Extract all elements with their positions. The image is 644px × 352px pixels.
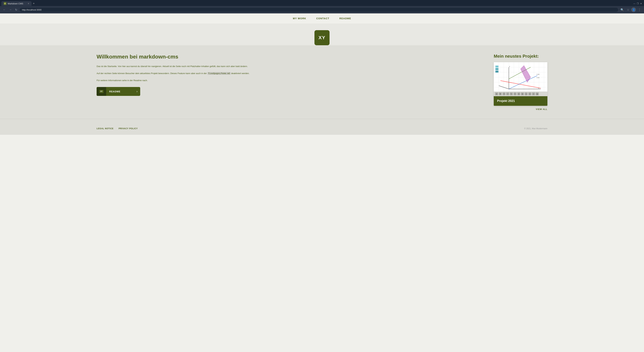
nav-readme[interactable]: README <box>340 17 351 20</box>
svg-text:y: y <box>509 65 510 67</box>
site-nav: MY WORK CONTACT README <box>0 13 644 23</box>
tab-favicon: XY <box>4 2 6 5</box>
window-restore[interactable]: ❐ <box>637 2 639 5</box>
toolbar-icon-7[interactable]: ⊟ <box>517 92 520 95</box>
svg-text:x: x <box>538 87 539 89</box>
view-all-link[interactable]: VIEW ALL <box>494 108 548 110</box>
readme-button-icon: XY <box>96 87 106 96</box>
site-logo: XY <box>314 30 330 45</box>
toolbar-icon-3[interactable]: ⟲ <box>502 92 506 95</box>
tab-title: Markdown CMS <box>8 2 23 5</box>
toolbar-icon-5[interactable]: ↻ <box>510 92 513 95</box>
toolbar-icon-9[interactable]: ◫ <box>524 92 528 95</box>
main-content: Willkommen bei markdown-cms Das ist die … <box>0 45 644 119</box>
main-title: Willkommen bei markdown-cms <box>96 54 480 60</box>
readme-button-arrow: › <box>136 90 140 93</box>
nav-my-work[interactable]: MY WORK <box>293 17 306 20</box>
svg-text:0.006: 0.006 <box>536 74 540 75</box>
footer-copyright: © 2021, Max Mustermann <box>524 127 548 130</box>
back-button[interactable]: ← <box>2 7 7 12</box>
project-card-footer[interactable]: Projekt 2021 <box>494 96 548 106</box>
nav-contact[interactable]: CONTACT <box>316 17 330 20</box>
address-bar[interactable] <box>20 8 618 12</box>
footer-privacy-policy[interactable]: PRIVACY POLICY <box>118 127 138 130</box>
toolbar-icon-10[interactable]: ⊡ <box>528 92 531 95</box>
project-card-title: Projekt 2021 <box>497 99 515 103</box>
svg-rect-17 <box>496 68 498 70</box>
site-footer: LEGAL NOTICE PRIVACY POLICY © 2021, Max … <box>0 119 644 135</box>
svg-text:0.004: 0.004 <box>536 77 540 78</box>
forward-button[interactable]: → <box>8 7 13 12</box>
footer-legal-notice[interactable]: LEGAL NOTICE <box>96 127 114 130</box>
new-tab-button[interactable]: + <box>32 2 36 5</box>
project-card[interactable]: x y 0.006 0.004 ⊕ ✥ ⟲ ↩ ↻ ✏ ⊟ ⊞ <box>494 62 548 106</box>
toolbar-right: 🔍 ☆ 👤 ⋮ <box>620 7 642 12</box>
readme-button-label: README <box>106 90 136 93</box>
browser-chrome: XY Markdown CMS × + — ❐ ✕ ← → ↻ 🔍 ☆ 👤 ⋮ <box>0 0 644 13</box>
toolbar-icon-8[interactable]: ⊞ <box>521 92 524 95</box>
window-close[interactable]: ✕ <box>640 2 642 5</box>
tab-close-button[interactable]: × <box>28 2 29 5</box>
footer-links: LEGAL NOTICE PRIVACY POLICY <box>96 127 138 130</box>
left-column: Willkommen bei markdown-cms Das ist die … <box>96 54 480 96</box>
svg-rect-16 <box>496 65 498 67</box>
browser-toolbar: ← → ↻ 🔍 ☆ 👤 ⋮ <box>0 6 644 13</box>
right-column: Mein neustes Projekt: <box>494 54 548 110</box>
readme-button[interactable]: XY README › <box>96 87 140 96</box>
code-snippet: fixedpages/home.md <box>208 72 230 75</box>
browser-tab[interactable]: XY Markdown CMS × <box>1 1 32 6</box>
project-image: x y 0.006 0.004 <box>494 62 548 91</box>
user-avatar[interactable]: 👤 <box>631 7 636 12</box>
toolbar-icon-1[interactable]: ⊕ <box>495 92 498 95</box>
project-toolbar: ⊕ ✥ ⟲ ↩ ↻ ✏ ⊟ ⊞ ◫ ⊡ ⊙ ▤ <box>494 91 548 96</box>
svg-rect-18 <box>496 70 498 73</box>
browser-tabs: XY Markdown CMS × + — ❐ ✕ <box>0 0 644 6</box>
toolbar-icon-4[interactable]: ↩ <box>506 92 509 95</box>
window-minimize[interactable]: — <box>633 2 636 5</box>
refresh-button[interactable]: ↻ <box>14 7 18 12</box>
toolbar-icon-11[interactable]: ⊙ <box>532 92 535 95</box>
project-section-title: Mein neustes Projekt: <box>494 54 548 59</box>
readme-xy-logo: XY <box>99 90 104 93</box>
menu-icon[interactable]: ⋮ <box>637 7 642 12</box>
toolbar-icon-2[interactable]: ✥ <box>499 92 502 95</box>
intro-paragraph-3: Für weitere Informationen sehe in der Re… <box>96 79 480 82</box>
bookmark-icon[interactable]: ☆ <box>626 7 630 12</box>
intro-paragraph-1: Das ist die Startseite. Von hier aus kan… <box>96 64 480 68</box>
toolbar-icon-6[interactable]: ✏ <box>514 92 516 95</box>
hero-section: XY <box>0 23 644 45</box>
svg-rect-0 <box>494 62 548 91</box>
intro-paragraph-2: Auf der rechten Seite können Besucher de… <box>96 71 480 75</box>
site-wrapper: MY WORK CONTACT README XY Willkommen bei… <box>0 13 644 352</box>
toolbar-icon-12[interactable]: ▤ <box>536 92 539 95</box>
search-icon[interactable]: 🔍 <box>620 7 625 12</box>
